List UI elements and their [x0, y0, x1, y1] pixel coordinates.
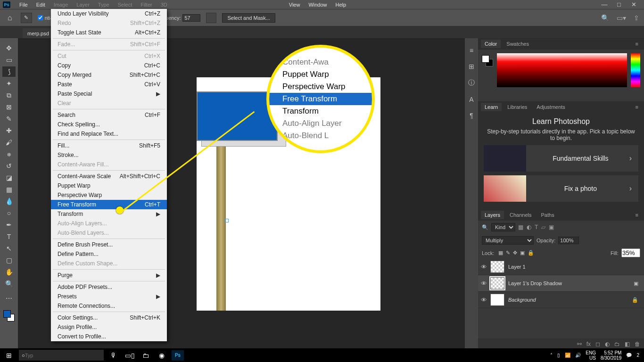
menu-item-adobe-pdf-presets-[interactable]: Adobe PDF Presets...: [51, 282, 167, 292]
lock-position-icon[interactable]: ✥: [513, 250, 517, 255]
taskbar-clock[interactable]: ENGUS: [586, 350, 596, 361]
layer-row[interactable]: 👁Background🔒: [478, 292, 644, 308]
lock-pixels-icon[interactable]: ✎: [506, 250, 510, 255]
visibility-icon[interactable]: 👁: [481, 263, 490, 271]
menu-edit[interactable]: Edit: [32, 1, 50, 8]
pen-tool[interactable]: ✒: [2, 220, 16, 230]
menu-type[interactable]: Type: [94, 1, 114, 8]
tool-preset[interactable]: ✎: [21, 13, 32, 23]
filter-adjust-icon[interactable]: ◐: [527, 224, 531, 230]
chrome-icon[interactable]: ◉: [156, 350, 168, 361]
learn-row-skills[interactable]: Fundamental Skills ›: [484, 145, 638, 172]
layer-row[interactable]: 👁Layer 1: [478, 259, 644, 275]
tab-libraries[interactable]: Libraries: [504, 103, 531, 111]
windows-start-icon[interactable]: ⊞: [3, 350, 15, 361]
menu-item-toggle-last-state[interactable]: Toggle Last StateAlt+Ctrl+Z: [51, 28, 167, 37]
panel-menu-icon[interactable]: ≡: [633, 211, 641, 219]
tab-swatches[interactable]: Swatches: [503, 40, 533, 48]
menu-item-transform[interactable]: Transform▶: [51, 209, 167, 219]
tab-channels[interactable]: Channels: [506, 211, 535, 219]
cortana-icon[interactable]: 🎙: [107, 350, 120, 361]
filter-type-icon[interactable]: T: [535, 224, 538, 230]
blend-mode-select[interactable]: Multiply: [482, 236, 534, 245]
menu-item-fill-[interactable]: Fill...Shift+F5: [51, 141, 167, 150]
tray-overflow-icon[interactable]: ˄: [550, 353, 553, 358]
filter-smart-icon[interactable]: ▣: [549, 224, 554, 230]
frequency-input[interactable]: [182, 14, 200, 22]
link-layers-icon[interactable]: ⚯: [577, 341, 582, 347]
character-icon[interactable]: A: [469, 96, 473, 103]
marquee-tool[interactable]: ▭: [2, 55, 16, 65]
menu-layer[interactable]: Layer: [72, 1, 94, 8]
menu-item-undo-layer-visibility[interactable]: Undo Layer VisibilityCtrl+Z: [51, 9, 167, 18]
menu-item-paste[interactable]: PasteCtrl+V: [51, 80, 167, 89]
more-tools[interactable]: ⋯: [2, 293, 16, 304]
filter-pixel-icon[interactable]: ▦: [518, 224, 523, 230]
menu-item-assign-profile-[interactable]: Assign Profile...: [51, 322, 167, 332]
info-icon[interactable]: ⓘ: [468, 79, 475, 87]
menu-item-content-aware-scale[interactable]: Content-Aware ScaleAlt+Shift+Ctrl+C: [51, 172, 167, 181]
tab-adjustments[interactable]: Adjustments: [533, 103, 569, 111]
type-tool[interactable]: T: [2, 231, 16, 242]
foreground-background-swatch[interactable]: [3, 310, 15, 321]
group-icon[interactable]: 🗀: [614, 341, 620, 347]
filter-shape-icon[interactable]: ▱: [541, 224, 545, 230]
frame-tool[interactable]: ⊠: [2, 102, 16, 112]
tab-learn[interactable]: Learn: [481, 103, 502, 111]
hue-slider[interactable]: [631, 53, 640, 87]
notification-icon[interactable]: 💬: [626, 353, 632, 358]
menu-window[interactable]: Window: [304, 1, 331, 8]
visibility-icon[interactable]: 👁: [481, 280, 490, 287]
menu-view[interactable]: View: [285, 1, 305, 8]
stamp-tool[interactable]: ⎈: [2, 149, 16, 159]
magic-wand-tool[interactable]: ✦: [2, 78, 16, 89]
lock-transparent-icon[interactable]: ▦: [498, 250, 503, 255]
fill-input[interactable]: [621, 248, 640, 257]
fx-icon[interactable]: fx: [586, 341, 591, 347]
panel-menu-icon[interactable]: ≡: [633, 40, 641, 48]
file-explorer-icon[interactable]: 🗀: [140, 350, 152, 361]
menu-filter[interactable]: Filter: [136, 1, 156, 8]
menu-item-paste-special[interactable]: Paste Special▶: [51, 89, 167, 99]
taskbar-search-input[interactable]: [25, 353, 82, 358]
fg-bg-color[interactable]: [482, 55, 493, 66]
home-icon[interactable]: ⌂: [5, 12, 15, 24]
tray-wifi-icon[interactable]: 📶: [565, 353, 570, 358]
rectangle-tool[interactable]: ▢: [2, 255, 16, 265]
anti-alias-checkbox[interactable]: [38, 15, 43, 20]
layer-row[interactable]: 👁Layer 1's Drop Shadow▣: [478, 275, 644, 292]
history-brush-tool[interactable]: ↺: [2, 161, 16, 171]
menu-item-remote-connections-[interactable]: Remote Connections...: [51, 301, 167, 311]
dodge-tool[interactable]: ○: [2, 208, 16, 218]
menu-item-free-transform[interactable]: Free TransformCtrl+T: [51, 200, 167, 209]
lock-artboard-icon[interactable]: ▣: [520, 250, 525, 255]
new-layer-icon[interactable]: ◧: [625, 341, 630, 347]
brush-tool[interactable]: 🖌: [2, 137, 16, 148]
lasso-tool[interactable]: ⟆: [2, 66, 16, 77]
menu-help[interactable]: Help: [331, 1, 351, 8]
maximize-button[interactable]: □: [612, 1, 626, 8]
tray-battery-icon[interactable]: ▯: [557, 353, 560, 358]
visibility-icon[interactable]: 👁: [481, 296, 490, 304]
menu-file[interactable]: File: [15, 1, 32, 8]
menu-item-copy[interactable]: CopyCtrl+C: [51, 61, 167, 70]
task-view-icon[interactable]: ▭▯: [124, 350, 136, 361]
opacity-input[interactable]: [558, 237, 579, 244]
tab-paths[interactable]: Paths: [537, 211, 558, 219]
menu-item-perspective-warp[interactable]: Perspective Warp: [51, 190, 167, 200]
menu-item-define-pattern-[interactable]: Define Pattern...: [51, 249, 167, 259]
close-button[interactable]: ✕: [627, 1, 640, 8]
select-and-mask-button[interactable]: Select and Mask...: [222, 13, 275, 23]
link-icon[interactable]: ▣: [634, 280, 641, 287]
menu-image[interactable]: Image: [50, 1, 73, 8]
menu-item-check-spelling-[interactable]: Check Spelling...: [51, 120, 167, 129]
pen-pressure-icon[interactable]: [206, 13, 216, 23]
paragraph-icon[interactable]: ¶: [470, 112, 473, 119]
menu-select[interactable]: Select: [114, 1, 137, 8]
zoom-tool[interactable]: 🔍: [2, 279, 16, 289]
eraser-tool[interactable]: ◪: [2, 173, 16, 183]
menu-3d[interactable]: 3D: [157, 1, 172, 8]
menu-item-search[interactable]: SearchCtrl+F: [51, 110, 167, 120]
photoshop-taskbar-icon[interactable]: Ps: [172, 350, 184, 361]
tab-color[interactable]: Color: [481, 40, 501, 48]
